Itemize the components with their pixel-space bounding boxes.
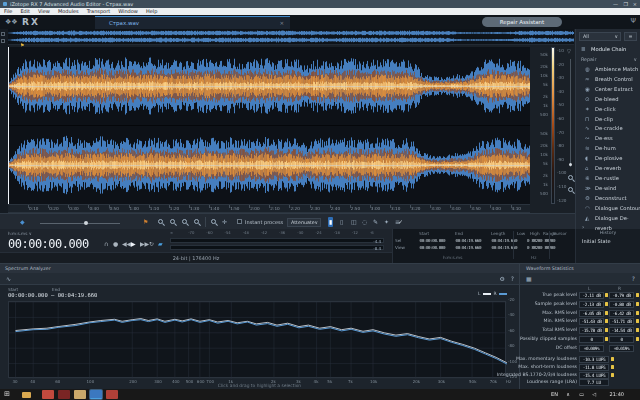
module-item-de-clip[interactable]: ⊓De-clip (576, 114, 640, 124)
menu-edit[interactable]: Edit (16, 8, 34, 15)
zoom-fit-icon[interactable] (194, 219, 199, 224)
waveform-channel-left[interactable] (8, 47, 530, 125)
channel-toggle-icon[interactable] (1, 32, 5, 36)
ruler-label: 4:10 (512, 206, 521, 211)
module-label: De-clip (595, 114, 613, 124)
loop-button[interactable]: ↻ (149, 240, 154, 247)
clip-gain-button[interactable]: ▰ (158, 240, 163, 247)
spectrum-window-header[interactable]: Spectrum Analyzer (0, 264, 519, 273)
help-icon[interactable]: ? (511, 275, 514, 282)
zoom-selection-icon[interactable] (182, 219, 187, 224)
minimize-button[interactable]: — (613, 0, 618, 8)
previous-button[interactable]: ◀◀ (122, 240, 131, 247)
taskbar-app-rx[interactable] (90, 390, 102, 399)
volume-tray-icon[interactable]: ◁ (592, 389, 596, 400)
select-time-frequency-icon[interactable]: ▯ (339, 217, 344, 227)
file-explorer-icon[interactable] (22, 392, 31, 398)
spectrum-graph[interactable] (8, 301, 506, 378)
taskbar-app-2[interactable] (58, 390, 70, 399)
marker-tool-icon[interactable]: ⚑ (143, 217, 148, 227)
pan-hand-icon[interactable]: ✛ (222, 217, 227, 227)
spectrum-icon[interactable]: ∿ (6, 275, 11, 282)
file-tab[interactable]: Страх.wav × (95, 16, 290, 29)
zoom-out-vertical-icon[interactable] (568, 187, 573, 192)
display-tray-icon[interactable]: ▭ (579, 389, 584, 400)
module-item-de-hum[interactable]: ≋De-hum (576, 143, 640, 153)
module-chain-item[interactable]: ≣ Module Chain (576, 44, 640, 54)
select-time-icon[interactable]: ▮ (328, 217, 333, 227)
stats-grid-icon[interactable]: ▦ (526, 275, 532, 282)
grabber-icon[interactable]: ◆ (20, 217, 25, 227)
select-lasso-icon[interactable]: ◌ (361, 217, 368, 227)
module-item-de-click[interactable]: ✶De-click (576, 104, 640, 114)
close-button[interactable]: × (633, 0, 637, 8)
module-item-deconstruct[interactable]: ⚙Deconstruct (576, 193, 640, 203)
time-ruler[interactable]: 0:100:200:300:400:501:001:101:201:301:40… (8, 204, 530, 213)
menu-view[interactable]: View (34, 8, 54, 15)
menu-help[interactable]: Help (142, 8, 161, 15)
taskbar-app-5[interactable] (106, 390, 118, 399)
menu-file[interactable]: File (0, 8, 16, 15)
level-meter[interactable]: ∞-70-60-54-48-42-36-30-24-18-12-6 -4.4 -… (170, 230, 388, 251)
module-item-de-plosive[interactable]: ◖De-plosive (576, 153, 640, 163)
zoom-out-icon[interactable] (158, 219, 163, 224)
module-item-de-reverb[interactable]: ⌂De-reverb (576, 163, 640, 173)
zoom-slider-thumb[interactable] (569, 163, 572, 166)
stats-channel-header-r: R (618, 286, 621, 291)
module-item-center-extract[interactable]: ◉Center Extract (576, 84, 640, 94)
process-mode-dropdown[interactable]: Attenuate ∨ (287, 218, 321, 227)
module-item-de-crackle[interactable]: ∿De-crackle (576, 123, 640, 133)
instant-process-checkbox[interactable] (237, 219, 242, 224)
monitor-button[interactable]: ∩ (104, 240, 108, 247)
filter-icon[interactable]: ▽ (567, 48, 571, 54)
taskbar-app-1[interactable] (42, 390, 54, 399)
zoom-in-vertical-icon[interactable] (568, 175, 573, 180)
time-format-dropdown[interactable]: h:m:s.ms ∨ (8, 231, 32, 236)
next-button[interactable]: ▶▶ (140, 240, 149, 247)
module-filter-dropdown[interactable]: All ∨ (579, 32, 621, 41)
module-item-de-bleed[interactable]: ⊙De-bleed (576, 94, 640, 104)
overview-waveform[interactable] (8, 29, 574, 45)
select-brush-icon[interactable]: ✎ (372, 217, 379, 227)
module-item-dialogue-de-reverb[interactable]: ◭Dialogue De-reverb (576, 213, 640, 223)
menu-modules[interactable]: Modules (54, 8, 83, 15)
language-indicator[interactable]: EN (551, 389, 558, 400)
history-item[interactable]: Initial State (582, 238, 611, 244)
zoom-slider-track[interactable] (570, 59, 571, 167)
magnify-tool-icon[interactable] (211, 219, 216, 224)
repair-assistant-button[interactable]: Repair Assistant (482, 17, 562, 27)
taskbar-app-3[interactable] (74, 390, 86, 399)
module-item-ambience-match[interactable]: ◍Ambience Match (576, 64, 640, 74)
tuning-fork-icon[interactable]: Ψ (630, 17, 636, 25)
commit-check-icon[interactable]: ✓ (398, 217, 403, 227)
overview-zoom-slider-thumb[interactable] (84, 221, 88, 225)
waveform-channel-right[interactable] (8, 126, 530, 204)
repair-section-header[interactable]: Repair ∨ (576, 55, 640, 64)
gear-icon[interactable]: ⚙ (500, 275, 505, 282)
module-item-dialogue-contour[interactable]: ◠Dialogue Contour (576, 203, 640, 213)
playhead-cursor[interactable] (8, 47, 9, 204)
select-frequency-icon[interactable]: ◫ (350, 217, 358, 227)
menu-transport[interactable]: Transport (83, 8, 114, 15)
stats-window-header[interactable]: Waveform Statistics (520, 264, 640, 273)
help-icon[interactable]: ? (632, 275, 635, 282)
module-item-de-rustle[interactable]: ※De-rustle (576, 173, 640, 183)
ruler-label: 0:40 (89, 206, 98, 211)
channel-toggle-icon[interactable] (1, 39, 5, 43)
zoom-in-icon[interactable] (170, 219, 175, 224)
module-item-de-ess[interactable]: ∾De-ess (576, 133, 640, 143)
module-item-de-wind[interactable]: ≫De-wind (576, 183, 640, 193)
more-modules-indicator[interactable]: › (582, 223, 584, 230)
tray-chevron-icon[interactable]: ∧ (566, 389, 570, 400)
play-button[interactable]: ▶ (131, 240, 136, 247)
overview-zoom-slider-track[interactable] (40, 223, 120, 224)
stat-label: Max. short-term loudness (518, 364, 577, 369)
select-magic-wand-icon[interactable]: ✦ (383, 217, 390, 227)
record-button[interactable]: ● (113, 240, 118, 247)
module-menu-button[interactable]: ≡ (624, 32, 637, 41)
menu-window[interactable]: Window (114, 8, 142, 15)
maximize-button[interactable]: ❐ (624, 0, 628, 8)
title-bar[interactable]: iZotope RX 7 Advanced Audio Editor - Стр… (0, 0, 640, 8)
module-item-breath-control[interactable]: ≈Breath Control (576, 74, 640, 84)
start-button[interactable]: ⊞ (4, 389, 10, 400)
